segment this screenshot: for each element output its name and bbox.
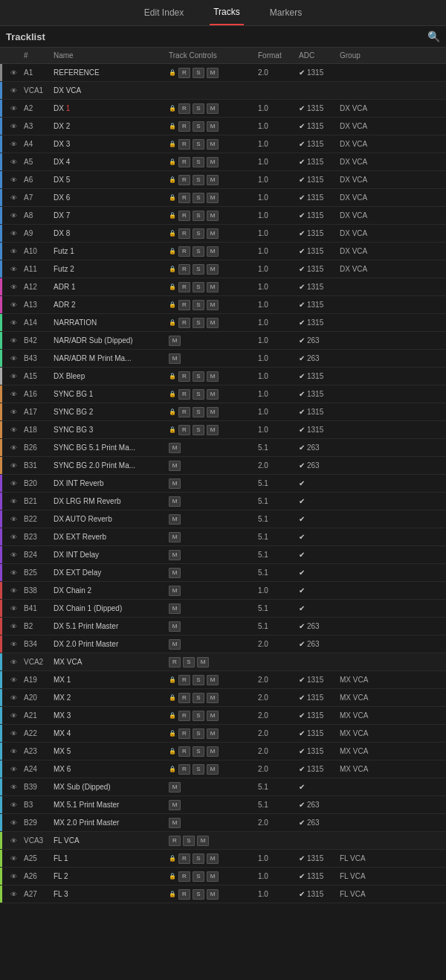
table-row[interactable]: 👁B41DX Chain 1 (Dipped)M5.1✔ <box>0 600 446 618</box>
eye-icon[interactable]: 👁 <box>10 587 17 595</box>
eye-icon[interactable]: 👁 <box>10 855 17 862</box>
record-button[interactable]: R <box>178 103 190 114</box>
mute-button[interactable]: M <box>207 711 219 721</box>
mute-button[interactable]: M <box>207 371 219 382</box>
mute-button[interactable]: M <box>207 728 219 739</box>
eye-icon[interactable]: 👁 <box>10 105 17 112</box>
mute-button[interactable]: M <box>207 764 219 775</box>
table-row[interactable]: 👁A2DX 1🔒RSM1.0✔1315DX VCA <box>0 100 446 118</box>
mute-button[interactable]: M <box>169 782 181 792</box>
table-row[interactable]: 👁B42NAR/ADR Sub (Dipped)M1.0✔263 <box>0 332 446 350</box>
mute-button[interactable]: M <box>169 800 181 810</box>
eye-icon[interactable]: 👁 <box>10 141 17 148</box>
mute-button[interactable]: M <box>207 121 219 132</box>
mute-button[interactable]: M <box>207 389 219 400</box>
eye-icon[interactable]: 👁 <box>10 676 17 684</box>
eye-icon[interactable]: 👁 <box>10 301 17 309</box>
nav-tracks[interactable]: Tracks <box>210 0 244 25</box>
table-row[interactable]: 👁B2DX 5.1 Print MasterM5.1✔263 <box>0 618 446 635</box>
solo-button[interactable]: S <box>193 711 204 721</box>
mute-button[interactable]: M <box>207 871 219 882</box>
solo-button[interactable]: S <box>193 300 204 310</box>
eye-icon[interactable]: 👁 <box>10 659 17 666</box>
table-row[interactable]: 👁B3MX 5.1 Print MasterM5.1✔263 <box>0 796 446 814</box>
mute-button[interactable]: M <box>169 603 181 614</box>
eye-icon[interactable]: 👁 <box>10 373 17 380</box>
table-row[interactable]: 👁B43NAR/ADR M Print Ma...M1.0✔263 <box>0 350 446 368</box>
record-button[interactable]: R <box>178 246 190 257</box>
eye-icon[interactable]: 👁 <box>10 426 17 434</box>
solo-button[interactable]: S <box>193 193 204 203</box>
mute-button[interactable]: M <box>169 514 181 525</box>
table-row[interactable]: 👁B25DX EXT DelayM5.1✔ <box>0 564 446 582</box>
mute-button[interactable]: M <box>207 68 219 78</box>
mute-button[interactable]: M <box>207 675 219 685</box>
record-button[interactable]: R <box>169 836 181 846</box>
eye-icon[interactable]: 👁 <box>10 784 17 791</box>
record-button[interactable]: R <box>178 121 190 132</box>
record-button[interactable]: R <box>178 693 190 703</box>
eye-icon[interactable]: 👁 <box>10 266 17 273</box>
table-row[interactable]: 👁A24MX 6🔒RSM2.0✔1315MX VCA <box>0 760 446 778</box>
solo-button[interactable]: S <box>193 246 204 257</box>
mute-button[interactable]: M <box>169 478 181 489</box>
search-icon[interactable]: 🔍 <box>427 31 440 42</box>
eye-icon[interactable]: 👁 <box>10 837 17 845</box>
solo-button[interactable]: S <box>193 693 204 703</box>
solo-button[interactable]: S <box>193 121 204 132</box>
mute-button[interactable]: M <box>207 425 219 435</box>
eye-icon[interactable]: 👁 <box>10 319 17 327</box>
record-button[interactable]: R <box>178 211 190 221</box>
solo-button[interactable]: S <box>193 407 204 417</box>
eye-icon[interactable]: 👁 <box>10 730 17 737</box>
eye-icon[interactable]: 👁 <box>10 534 17 541</box>
record-button[interactable]: R <box>178 139 190 150</box>
mute-button[interactable]: M <box>207 228 219 239</box>
table-row[interactable]: 👁A14NARRATION🔒RSM1.0✔1315 <box>0 314 446 332</box>
mute-button[interactable]: M <box>207 193 219 203</box>
table-row[interactable]: 👁A8DX 7🔒RSM1.0✔1315DX VCA <box>0 207 446 225</box>
mute-button[interactable]: M <box>207 300 219 310</box>
table-row[interactable]: 👁A13ADR 2🔒RSM1.0✔1315 <box>0 296 446 314</box>
table-row[interactable]: 👁B24DX INT DelayM5.1✔ <box>0 546 446 564</box>
eye-icon[interactable]: 👁 <box>10 284 17 291</box>
eye-icon[interactable]: 👁 <box>10 694 17 702</box>
record-button[interactable]: R <box>178 675 190 685</box>
eye-icon[interactable]: 👁 <box>10 605 17 612</box>
mute-button[interactable]: M <box>207 693 219 703</box>
table-row[interactable]: 👁B31SYNC BG 2.0 Print Ma...M2.0✔263 <box>0 457 446 475</box>
solo-button[interactable]: S <box>193 371 204 382</box>
table-row[interactable]: 👁B22DX AUTO ReverbM5.1✔ <box>0 510 446 528</box>
eye-icon[interactable]: 👁 <box>10 551 17 559</box>
table-row[interactable]: 👁A20MX 2🔒RSM2.0✔1315MX VCA <box>0 689 446 707</box>
mute-button[interactable]: M <box>169 461 181 471</box>
eye-icon[interactable]: 👁 <box>10 891 17 898</box>
table-row[interactable]: 👁VCA2MX VCARSM <box>0 653 446 671</box>
mute-button[interactable]: M <box>169 496 181 507</box>
mute-button[interactable]: M <box>169 818 181 828</box>
table-row[interactable]: 👁A6DX 5🔒RSM1.0✔1315DX VCA <box>0 171 446 189</box>
eye-icon[interactable]: 👁 <box>10 462 17 470</box>
record-button[interactable]: R <box>178 300 190 310</box>
mute-button[interactable]: M <box>169 443 181 453</box>
eye-icon[interactable]: 👁 <box>10 230 17 237</box>
mute-button[interactable]: M <box>207 889 219 900</box>
mute-button[interactable]: M <box>207 157 219 167</box>
record-button[interactable]: R <box>178 175 190 185</box>
mute-button[interactable]: M <box>169 639 181 650</box>
solo-button[interactable]: S <box>193 728 204 739</box>
record-button[interactable]: R <box>178 389 190 400</box>
eye-icon[interactable]: 👁 <box>10 444 17 452</box>
record-button[interactable]: R <box>178 371 190 382</box>
eye-icon[interactable]: 👁 <box>10 194 17 202</box>
record-button[interactable]: R <box>178 228 190 239</box>
table-row[interactable]: 👁B26SYNC BG 5.1 Print Ma...M5.1✔263 <box>0 439 446 457</box>
record-button[interactable]: R <box>169 657 181 667</box>
mute-button[interactable]: M <box>207 318 219 328</box>
solo-button[interactable]: S <box>193 264 204 275</box>
record-button[interactable]: R <box>178 282 190 292</box>
eye-icon[interactable]: 👁 <box>10 337 17 345</box>
table-row[interactable]: 👁A5DX 4🔒RSM1.0✔1315DX VCA <box>0 153 446 171</box>
eye-icon[interactable]: 👁 <box>10 801 17 809</box>
table-row[interactable]: 👁A26FL 2🔒RSM1.0✔1315FL VCA <box>0 868 446 885</box>
